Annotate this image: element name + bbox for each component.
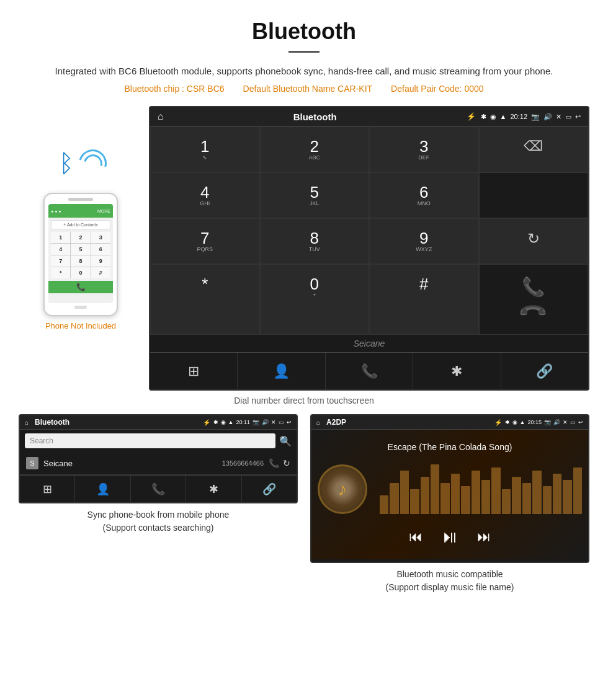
music-back-icon[interactable]: ↩ bbox=[578, 419, 583, 425]
pb-status-icons: ✱ ◉ ▲ 20:11 📷 🔊 ✕ ▭ ↩ bbox=[213, 419, 292, 425]
pb-nav-call[interactable]: 📞 bbox=[131, 476, 186, 502]
phone-key-1[interactable]: 1 bbox=[51, 232, 70, 243]
eq-bar bbox=[400, 471, 409, 514]
music-vol-icon: 🔊 bbox=[553, 419, 560, 425]
phone-key-7[interactable]: 7 bbox=[51, 255, 70, 267]
dial-key-6[interactable]: 6 MNO bbox=[369, 172, 479, 218]
pb-search-input[interactable]: Search bbox=[25, 433, 275, 448]
pb-window-icon: ▭ bbox=[279, 419, 284, 425]
pb-back-icon[interactable]: ↩ bbox=[287, 419, 292, 425]
call-end-icon[interactable]: 📞 bbox=[517, 296, 549, 328]
car-location-icon: ◉ bbox=[490, 113, 496, 121]
eq-bar bbox=[532, 471, 541, 514]
music-bt-icon: ✱ bbox=[505, 419, 510, 425]
dial-sub-2: ABC bbox=[266, 154, 364, 161]
music-signal-icon: ▲ bbox=[520, 419, 525, 425]
car-nav-link[interactable]: 🔗 bbox=[501, 353, 588, 389]
dial-num-4: 4 bbox=[156, 184, 254, 200]
dial-key-5[interactable]: 5 JKL bbox=[260, 172, 370, 218]
music-close-icon[interactable]: ✕ bbox=[563, 419, 568, 425]
music-home-icon[interactable]: ⌂ bbox=[316, 419, 320, 426]
pb-close-icon[interactable]: ✕ bbox=[271, 419, 276, 425]
dial-key-calls: 📞 📞 bbox=[479, 264, 589, 335]
dial-num-5: 5 bbox=[266, 184, 364, 200]
pb-status-bar: ⌂ Bluetooth ⚡ ✱ ◉ ▲ 20:11 📷 🔊 ✕ ▭ ↩ bbox=[20, 415, 297, 430]
phone-key-4[interactable]: 4 bbox=[51, 244, 70, 255]
dial-key-9[interactable]: 9 WXYZ bbox=[369, 218, 479, 264]
phone-key-3[interactable]: 3 bbox=[91, 232, 110, 243]
pb-call-icon[interactable]: 📞 bbox=[269, 458, 279, 468]
phone-key-9[interactable]: 9 bbox=[91, 255, 110, 267]
pb-contact-name[interactable]: Seicane bbox=[43, 459, 222, 468]
dial-sub-4: GHI bbox=[156, 200, 254, 206]
phone-key-6[interactable]: 6 bbox=[91, 244, 110, 255]
bt-info: Bluetooth chip : CSR BC6 Default Bluetoo… bbox=[37, 84, 571, 94]
dial-sub-5: JKL bbox=[266, 200, 364, 206]
pb-vol-icon: 🔊 bbox=[262, 419, 269, 425]
car-status-icons: ✱ ◉ ▲ 20:12 📷 🔊 ✕ ▭ ↩ bbox=[481, 113, 581, 121]
pb-nav-link[interactable]: 🔗 bbox=[242, 476, 297, 502]
pb-search-icon[interactable]: 🔍 bbox=[279, 435, 292, 447]
eq-bar bbox=[410, 489, 419, 514]
dial-num-3: 3 bbox=[375, 138, 473, 154]
pb-home-icon[interactable]: ⌂ bbox=[25, 419, 29, 426]
dial-sub-0: + bbox=[266, 292, 364, 298]
phone-bottom-bar: 📞 bbox=[48, 281, 113, 293]
pb-nav-bt[interactable]: ✱ bbox=[186, 476, 241, 502]
eq-bar bbox=[491, 467, 500, 514]
music-prev-btn[interactable]: ⏮ bbox=[409, 529, 422, 545]
dial-key-4[interactable]: 4 GHI bbox=[150, 172, 260, 218]
phone-key-0[interactable]: 0 bbox=[71, 267, 90, 278]
pb-signal-icon: ▲ bbox=[228, 419, 234, 425]
music-camera-icon: 📷 bbox=[544, 419, 551, 425]
music-album-art: ♪ bbox=[318, 464, 367, 514]
car-home-icon[interactable]: ⌂ bbox=[158, 111, 164, 122]
music-time: 20:15 bbox=[527, 419, 542, 425]
eq-bar bbox=[481, 480, 490, 514]
phone-key-hash[interactable]: # bbox=[91, 267, 110, 278]
eq-bar bbox=[512, 477, 521, 514]
pb-nav-contacts[interactable]: 👤 bbox=[75, 476, 130, 502]
eq-bar bbox=[440, 483, 449, 514]
car-back-icon[interactable]: ↩ bbox=[575, 113, 581, 121]
dial-key-refresh[interactable]: ↻ bbox=[479, 218, 589, 264]
call-answer-icon[interactable]: 📞 bbox=[522, 276, 545, 298]
pb-refresh-icon[interactable]: ↻ bbox=[283, 458, 290, 468]
dial-num-1: 1 bbox=[156, 138, 254, 154]
eq-bar bbox=[380, 495, 388, 514]
music-next-btn[interactable]: ⏭ bbox=[477, 529, 491, 545]
dial-key-hash[interactable]: # bbox=[369, 264, 479, 335]
phone-key-2[interactable]: 2 bbox=[71, 232, 90, 243]
pb-caption-line1: Sync phone-book from mobile phone bbox=[87, 510, 230, 520]
phone-key-star[interactable]: * bbox=[51, 267, 70, 278]
car-nav-bt[interactable]: ✱ bbox=[413, 353, 501, 389]
car-nav-dialpad[interactable]: ⊞ bbox=[150, 353, 238, 389]
phone-key-5[interactable]: 5 bbox=[71, 244, 90, 255]
bt-pair-label: Default Pair Code: 0000 bbox=[391, 84, 483, 94]
dial-key-0[interactable]: 0 + bbox=[260, 264, 370, 335]
pb-nav-dialpad[interactable]: ⊞ bbox=[20, 476, 75, 502]
car-screen-title: Bluetooth bbox=[169, 112, 462, 122]
dial-key-1[interactable]: 1 ∿ bbox=[150, 126, 260, 172]
phone-key-8[interactable]: 8 bbox=[71, 255, 90, 267]
eq-bar bbox=[563, 480, 571, 514]
dial-key-3[interactable]: 3 DEF bbox=[369, 126, 479, 172]
music-play-btn[interactable]: ⏯ bbox=[441, 526, 458, 547]
car-nav-contacts[interactable]: 👤 bbox=[238, 353, 325, 389]
dial-key-backspace[interactable]: ⌫ bbox=[479, 126, 589, 172]
dial-key-2[interactable]: 2 ABC bbox=[260, 126, 370, 172]
eq-bar bbox=[472, 471, 480, 514]
music-eq-bars bbox=[380, 464, 582, 514]
car-signal-icon: ▲ bbox=[500, 113, 507, 120]
pb-search-area: Search 🔍 bbox=[20, 430, 297, 452]
dial-key-star[interactable]: * bbox=[150, 264, 260, 335]
dial-key-empty1 bbox=[479, 172, 589, 218]
dial-key-7[interactable]: 7 PQRS bbox=[150, 218, 260, 264]
dial-num-9: 9 bbox=[375, 230, 473, 246]
dial-key-8[interactable]: 8 TUV bbox=[260, 218, 370, 264]
car-nav-call[interactable]: 📞 bbox=[326, 353, 413, 389]
pb-search-placeholder: Search bbox=[30, 436, 53, 445]
phone-not-included-label: Phone Not Included bbox=[45, 321, 116, 330]
car-bt-status-icon: ✱ bbox=[481, 113, 486, 121]
car-close-icon[interactable]: ✕ bbox=[556, 113, 561, 121]
